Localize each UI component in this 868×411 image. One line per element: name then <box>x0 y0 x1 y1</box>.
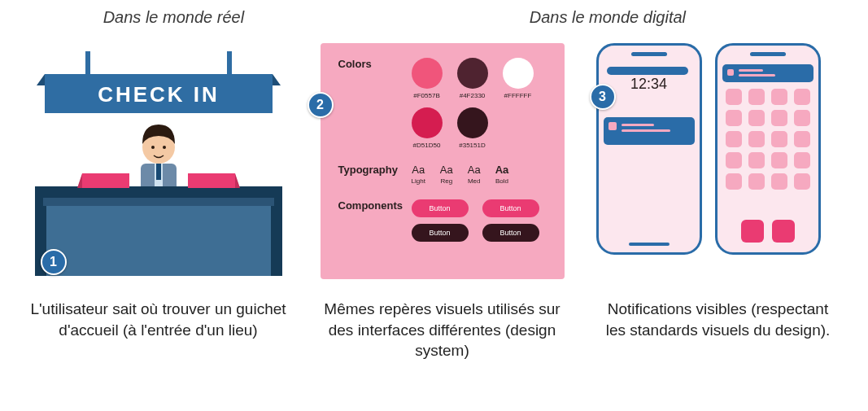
color-swatch: #FFFFFF <box>503 58 534 99</box>
swatch-hex-label: #FFFFFF <box>504 92 532 99</box>
app-icon <box>748 152 765 168</box>
swatch-hex-label: #D51D50 <box>413 142 441 149</box>
svg-marker-4 <box>273 74 281 85</box>
typo-sample-text: Aa <box>440 164 453 176</box>
ds-buttons-row: ButtonButtonButtonButton <box>412 199 547 242</box>
app-icon <box>748 110 765 126</box>
app-icon <box>726 89 742 105</box>
app-icon <box>726 152 742 168</box>
typography-sample: AaMed <box>468 164 481 185</box>
app-icon <box>726 110 742 126</box>
typo-weight-label: Med <box>468 177 481 185</box>
typography-sample: AaReg <box>440 164 453 185</box>
app-icon <box>771 110 787 126</box>
app-icon <box>794 152 810 168</box>
typo-sample-text: Aa <box>468 164 481 176</box>
typo-sample-text: Aa <box>495 164 509 176</box>
home-indicator <box>629 243 670 246</box>
ds-colors-row: #F0557B#4F2330#FFFFFF#D51D50#35151D <box>412 58 547 149</box>
notification-banner <box>722 64 813 82</box>
badge-3: 3 <box>590 84 616 110</box>
phone-time: 12:34 <box>630 76 667 93</box>
typography-sample: AaBold <box>495 164 509 185</box>
ds-typography-label: Typography <box>338 164 412 176</box>
app-icon <box>771 131 787 147</box>
app-icon <box>748 173 765 190</box>
svg-rect-10 <box>156 164 161 180</box>
typo-weight-label: Bold <box>495 177 508 185</box>
ds-colors-label: Colors <box>338 58 412 70</box>
dock-app-icon <box>772 220 795 243</box>
app-icon <box>794 89 810 105</box>
header-real-world: Dans le monde réel <box>0 8 347 27</box>
svg-rect-14 <box>188 173 235 188</box>
color-swatch: #4F2330 <box>457 58 488 99</box>
svg-rect-0 <box>85 51 90 76</box>
typo-weight-label: Light <box>412 177 425 185</box>
component-button: Button <box>412 224 469 242</box>
app-icon <box>726 131 742 147</box>
svg-rect-16 <box>43 198 274 276</box>
svg-marker-13 <box>77 173 82 188</box>
app-icon <box>794 131 810 147</box>
panel-notifications: 3 12:34 <box>596 43 840 255</box>
swatch-circle <box>457 107 488 138</box>
swatch-circle <box>503 58 534 89</box>
phone-notch <box>750 52 786 56</box>
ds-typography-row: AaLightAaRegAaMedAaBold <box>412 164 547 185</box>
header-digital-world: Dans le monde digital <box>347 8 868 27</box>
notification-card <box>604 117 695 145</box>
color-swatch: #F0557B <box>412 58 443 99</box>
swatch-hex-label: #4F2330 <box>460 92 486 99</box>
phone-dock <box>741 220 795 243</box>
swatch-circle <box>412 58 443 89</box>
svg-point-7 <box>163 146 166 149</box>
caption-2: Mêmes repères visuels utilisés sur des i… <box>321 299 565 361</box>
ds-components-label: Components <box>338 199 412 212</box>
notification-pill <box>607 67 688 75</box>
app-icon <box>794 110 810 126</box>
phone-notch <box>631 52 667 56</box>
dock-app-icon <box>741 220 764 243</box>
app-grid <box>718 89 818 190</box>
app-icon <box>794 173 810 190</box>
typography-sample: AaLight <box>412 164 425 185</box>
badge-2: 2 <box>308 92 334 118</box>
app-icon <box>771 173 787 190</box>
typo-weight-label: Reg <box>440 177 452 185</box>
phone-lockscreen: 12:34 <box>596 43 702 255</box>
checkin-illustration: CHECK IN <box>28 43 289 279</box>
caption-3: Notifications visibles (respectant les s… <box>596 299 840 361</box>
component-button: Button <box>412 199 469 217</box>
component-button: Button <box>482 199 539 217</box>
swatch-circle <box>457 58 488 89</box>
svg-rect-18 <box>271 198 282 276</box>
checkin-sign-text: CHECK IN <box>98 82 220 107</box>
app-icon <box>771 89 787 105</box>
component-button: Button <box>482 224 539 242</box>
swatch-hex-label: #F0557B <box>413 92 439 99</box>
panel-design-system: 2 Colors #F0557B#4F2330#FFFFFF#D51D50#35… <box>321 43 565 279</box>
svg-marker-15 <box>235 173 240 188</box>
color-swatch: #D51D50 <box>412 107 443 149</box>
app-icon <box>748 89 765 105</box>
svg-rect-11 <box>35 186 282 198</box>
badge-1: 1 <box>41 249 67 275</box>
panel-real-world: 1 CHECK IN <box>28 43 289 279</box>
swatch-circle <box>412 107 443 138</box>
svg-rect-12 <box>82 173 129 188</box>
caption-1: L'utilisateur sait où trouver un guichet… <box>28 299 289 361</box>
phone-homescreen <box>715 43 821 255</box>
svg-rect-1 <box>227 51 232 76</box>
app-icon <box>726 173 742 190</box>
app-icon <box>771 152 787 168</box>
typo-sample-text: Aa <box>412 164 425 176</box>
design-system-card: Colors #F0557B#4F2330#FFFFFF#D51D50#3515… <box>321 43 565 279</box>
color-swatch: #35151D <box>457 107 488 149</box>
svg-marker-3 <box>37 74 45 85</box>
app-icon <box>748 131 765 147</box>
svg-point-6 <box>151 146 155 149</box>
svg-rect-19 <box>43 198 274 206</box>
swatch-hex-label: #35151D <box>459 142 485 149</box>
